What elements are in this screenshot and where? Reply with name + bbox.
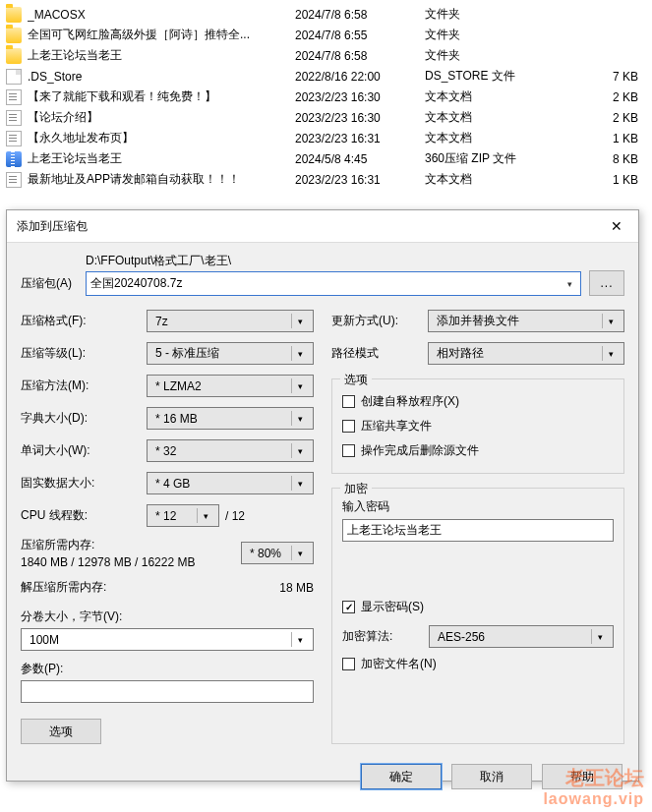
sfx-checkbox[interactable]: [342, 395, 355, 408]
file-row[interactable]: _MACOSX2024/7/8 6:58文件夹: [0, 4, 652, 25]
delete-checkbox[interactable]: [342, 444, 355, 457]
chevron-down-icon: ▾: [602, 346, 620, 361]
update-combo[interactable]: 添加并替换文件▾: [428, 310, 624, 332]
zip-icon: [6, 151, 22, 167]
file-row[interactable]: .DS_Store2022/8/16 22:00DS_STORE 文件7 KB: [0, 66, 652, 87]
pathmode-label: 路径模式: [331, 345, 420, 362]
word-combo[interactable]: * 32▾: [147, 439, 314, 462]
file-name: 最新地址及APP请发邮箱自动获取！！！: [28, 171, 295, 188]
shared-checkbox[interactable]: [342, 420, 355, 433]
archive-name-combo[interactable]: 全国20240708.7z ▾: [86, 271, 581, 296]
file-row[interactable]: 【论坛介绍】2023/2/23 16:30文本文档2 KB: [0, 107, 652, 128]
split-combo[interactable]: 100M▾: [21, 628, 314, 651]
format-label: 压缩格式(F):: [21, 313, 139, 329]
left-column: 压缩格式(F): 7z▾ 压缩等级(L): 5 - 标准压缩▾ 压缩方法(M):…: [21, 310, 314, 744]
folder-icon: [6, 48, 22, 64]
chevron-down-icon: ▾: [563, 279, 576, 289]
mem-decompress-value: 18 MB: [279, 581, 314, 595]
archive-path: D:\FFOutput\格式工厂\老王\: [86, 253, 581, 269]
method-combo[interactable]: * LZMA2▾: [147, 375, 314, 397]
file-date: 2023/2/23 16:31: [295, 173, 425, 187]
pathmode-combo[interactable]: 相对路径▾: [428, 342, 624, 365]
file-list: _MACOSX2024/7/8 6:58文件夹全国可飞网红脸高级外援［阿诗］推特…: [0, 0, 652, 194]
file-type: 360压缩 ZIP 文件: [425, 150, 587, 167]
txt-icon: [6, 89, 22, 105]
chevron-down-icon: ▾: [291, 443, 309, 458]
archive-label: 压缩包(A): [21, 275, 78, 296]
encryption-group: 加密 输入密码 显示密码(S) 加密算法: AES-256▾ 加密文件名(N): [331, 488, 624, 744]
file-name: 上老王论坛当老王: [28, 47, 295, 64]
folder-icon: [6, 28, 22, 43]
dialog-title: 添加到压缩包: [17, 218, 88, 235]
level-label: 压缩等级(L):: [21, 345, 139, 362]
chevron-down-icon: ▾: [197, 508, 214, 523]
folder-icon: [6, 7, 22, 23]
show-password-checkbox[interactable]: [342, 601, 355, 613]
file-name: .DS_Store: [28, 70, 295, 84]
file-type: 文本文档: [425, 109, 587, 126]
mem-compress-value: 1840 MB / 12978 MB / 16222 MB: [21, 555, 195, 569]
format-combo[interactable]: 7z▾: [147, 310, 314, 332]
enc-names-checkbox[interactable]: [342, 658, 355, 670]
encryption-title: 加密: [340, 481, 372, 497]
file-row[interactable]: 上老王论坛当老王2024/5/8 4:45360压缩 ZIP 文件8 KB: [0, 148, 652, 169]
solid-label: 固实数据大小:: [21, 475, 139, 492]
file-size: 1 KB: [587, 173, 646, 187]
params-label: 参数(P):: [21, 661, 314, 677]
cpu-combo[interactable]: * 12▾: [147, 504, 219, 527]
file-size: 2 KB: [587, 111, 646, 125]
file-date: 2024/7/8 6:58: [295, 49, 425, 63]
password-label: 输入密码: [342, 498, 614, 515]
password-input[interactable]: [342, 519, 614, 542]
browse-button[interactable]: ...: [589, 270, 624, 296]
cpu-total: / 12: [225, 509, 245, 523]
chevron-down-icon: ▾: [591, 629, 609, 644]
file-type: 文件夹: [425, 47, 587, 64]
solid-combo[interactable]: * 4 GB▾: [147, 472, 314, 494]
update-label: 更新方式(U):: [331, 313, 420, 329]
level-combo[interactable]: 5 - 标准压缩▾: [147, 342, 314, 365]
file-name: 【永久地址发布页】: [28, 130, 295, 146]
close-button[interactable]: ✕: [603, 216, 630, 236]
file-size: 2 KB: [587, 90, 646, 104]
file-row[interactable]: 【永久地址发布页】2023/2/23 16:31文本文档1 KB: [0, 128, 652, 148]
file-name: 上老王论坛当老王: [28, 150, 295, 167]
file-type: 文本文档: [425, 130, 587, 146]
help-button[interactable]: 帮助: [542, 764, 622, 789]
chevron-down-icon: ▾: [291, 346, 309, 361]
txt-icon: [6, 172, 22, 188]
file-date: 2024/5/8 4:45: [295, 152, 425, 166]
doc-icon: [6, 69, 22, 85]
file-name: 【来了就能下载和观看！纯免费！】: [28, 88, 295, 105]
file-row[interactable]: 全国可飞网红脸高级外援［阿诗］推特全...2024/7/8 6:55文件夹: [0, 25, 652, 45]
file-type: 文本文档: [425, 88, 587, 105]
enc-algo-combo[interactable]: AES-256▾: [429, 625, 614, 648]
file-row[interactable]: 最新地址及APP请发邮箱自动获取！！！2023/2/23 16:31文本文档1 …: [0, 169, 652, 190]
dict-combo[interactable]: * 16 MB▾: [147, 407, 314, 430]
file-date: 2022/8/16 22:00: [295, 70, 425, 84]
options-group: 选项 创建自释放程序(X) 压缩共享文件 操作完成后删除源文件: [331, 378, 624, 474]
method-label: 压缩方法(M):: [21, 377, 139, 394]
options-title: 选项: [340, 372, 372, 388]
cancel-button[interactable]: 取消: [451, 764, 532, 789]
chevron-down-icon: ▾: [291, 476, 309, 491]
file-name: _MACOSX: [28, 8, 295, 22]
file-size: 8 KB: [587, 152, 646, 166]
file-row[interactable]: 上老王论坛当老王2024/7/8 6:58文件夹: [0, 45, 652, 66]
chevron-down-icon: ▾: [291, 632, 309, 647]
chevron-down-icon: ▾: [602, 314, 620, 328]
chevron-down-icon: ▾: [291, 411, 309, 426]
txt-icon: [6, 131, 22, 146]
params-input[interactable]: [21, 680, 314, 703]
file-type: 文本文档: [425, 171, 587, 188]
txt-icon: [6, 110, 22, 126]
options-button[interactable]: 选项: [21, 719, 101, 744]
right-column: 更新方式(U): 添加并替换文件▾ 路径模式 相对路径▾ 选项 创建自释放程序(…: [331, 310, 624, 744]
file-name: 全国可飞网红脸高级外援［阿诗］推特全...: [28, 27, 295, 43]
enc-algo-label: 加密算法:: [342, 628, 421, 645]
mem-percent-combo[interactable]: * 80%▾: [241, 542, 314, 564]
cpu-label: CPU 线程数:: [21, 507, 139, 524]
file-type: DS_STORE 文件: [425, 68, 587, 85]
file-row[interactable]: 【来了就能下载和观看！纯免费！】2023/2/23 16:30文本文档2 KB: [0, 87, 652, 107]
ok-button[interactable]: 确定: [361, 764, 442, 789]
